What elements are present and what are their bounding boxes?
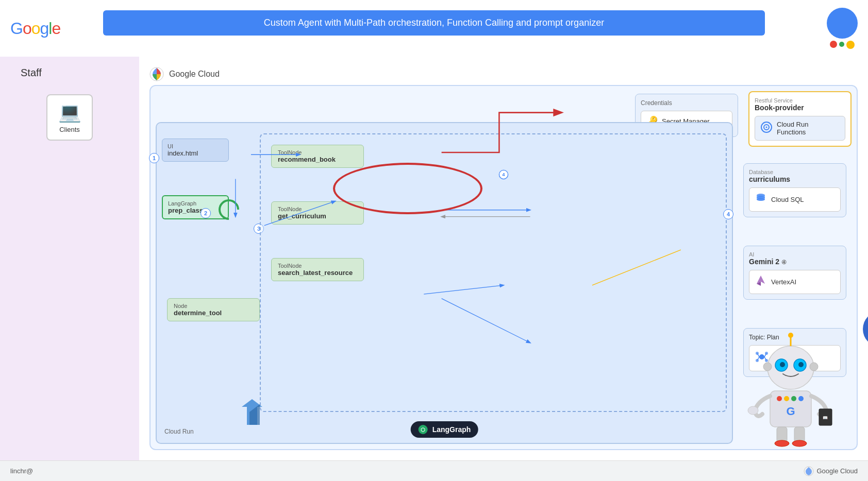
tool-node-get-curriculum: ToolNode get_curriculum	[271, 201, 364, 225]
ui-label: UI	[168, 143, 223, 149]
client-card: 💻 Clients	[46, 94, 93, 141]
cloud-sql-box: Cloud SQL	[749, 187, 841, 212]
step1-circle: 1	[149, 153, 159, 163]
cloud-run-container: Cloud Run UI index.html LangGraph prep_c…	[156, 122, 733, 444]
svg-point-40	[810, 363, 818, 371]
cloud-run-bottom-label: Cloud Run	[164, 428, 194, 435]
cloud-run-icon	[760, 121, 773, 136]
vertex-label: VertexAI	[771, 278, 796, 286]
svg-point-32	[767, 346, 814, 389]
diagram-area: Google Cloud Credentials 🔑 Secret Manage…	[139, 57, 868, 460]
svg-text:G: G	[786, 405, 795, 418]
svg-point-52	[791, 396, 796, 401]
robot-image: G 📖	[719, 316, 863, 460]
svg-point-6	[757, 198, 765, 201]
langgraph-logo-label: LangGraph	[432, 425, 471, 434]
tool-node-label-1: ToolNode	[278, 149, 357, 156]
svg-point-51	[784, 396, 789, 401]
tool-node-recommend-book: ToolNode recommend_book	[271, 145, 364, 168]
vertex-box: VertexAI	[749, 270, 841, 294]
tool-node-label-2: ToolNode	[278, 206, 357, 212]
ai-label: AI	[749, 251, 841, 257]
svg-point-43	[748, 406, 758, 415]
svg-point-50	[777, 396, 782, 401]
globe-icon: 🌐	[863, 311, 868, 347]
bottom-user: linchr@	[10, 467, 33, 475]
db-icon	[755, 192, 767, 207]
cloud-run-arrows	[237, 397, 268, 427]
gemini-label: Gemini 2 ④	[749, 257, 841, 266]
tool-nodes-container: ToolNode recommend_book ToolNode get_cur…	[260, 133, 727, 412]
database-label: Database	[749, 169, 841, 175]
dot-red	[830, 41, 837, 48]
prep-class-label: prep_class	[168, 207, 223, 214]
sidebar: Staff 💻 Clients	[0, 57, 139, 460]
svg-point-3	[766, 126, 767, 128]
restful-label: Restful Service	[755, 97, 845, 104]
index-html-label: index.html	[168, 149, 223, 157]
svg-point-53	[798, 396, 804, 401]
restful-service-box: Restful Service Book-provider Cloud RunF…	[748, 91, 852, 147]
dot-green	[839, 42, 844, 47]
search-label: search_latest_resource	[278, 269, 357, 277]
svg-point-39	[763, 363, 772, 371]
client-label: Clients	[59, 126, 80, 133]
cloud-run-functions-label: Cloud RunFunctions	[777, 121, 808, 136]
laptop-icon: 💻	[58, 101, 81, 123]
assistant-icon	[827, 8, 858, 49]
robot-svg: G 📖	[719, 316, 863, 460]
gcloud-logo-icon	[149, 67, 164, 81]
tool-node-search: ToolNode search_latest_resource	[271, 258, 364, 281]
bottom-bar: linchr@ Google Cloud	[0, 460, 868, 481]
step2-circle: 2	[201, 208, 211, 218]
step4-circle-a: 4	[723, 209, 733, 219]
sidebar-title: Staff	[21, 67, 42, 79]
ui-box: UI index.html	[162, 139, 229, 162]
main-content: Staff 💻 Clients Google Cloud	[0, 57, 868, 460]
svg-text:📖: 📖	[823, 415, 828, 420]
assistant-circle	[827, 8, 858, 39]
determine-tool-label: determine_tool	[174, 309, 253, 317]
node-determine-tool: Node determine_tool	[167, 298, 260, 321]
svg-point-36	[798, 362, 804, 367]
bottom-gcloud-icon	[804, 466, 814, 476]
curriculums-label: curriculums	[749, 175, 841, 183]
langgraph-logo: ⬡ LangGraph	[411, 421, 478, 438]
vertex-icon	[755, 274, 767, 289]
ai-box: AI Gemini 2 ④ VertexAI	[743, 246, 846, 300]
svg-point-47	[792, 440, 807, 446]
tool-node-label-3: ToolNode	[278, 263, 357, 269]
svg-text:⬡: ⬡	[421, 427, 425, 433]
recommend-book-label: recommend_book	[278, 156, 357, 163]
assistant-dots	[830, 41, 855, 49]
cloud-sql-label: Cloud SQL	[771, 196, 804, 203]
get-curriculum-label: get_curriculum	[278, 212, 357, 220]
gcloud-header: Google Cloud	[149, 67, 220, 81]
bottom-right: Google Cloud	[804, 466, 858, 476]
gcloud-label: Google Cloud	[169, 70, 220, 79]
cloud-run-functions-box: Cloud RunFunctions	[755, 116, 845, 141]
book-provider-label: Book-provider	[755, 104, 845, 112]
svg-point-46	[775, 440, 789, 446]
credentials-label: Credentials	[641, 99, 732, 107]
langgraph-logo-icon: ⬡	[418, 424, 428, 435]
svg-point-38	[788, 333, 793, 338]
page-title: Custom Agent with Multi-Path orchestrati…	[103, 10, 765, 36]
bottom-gcloud-label: Google Cloud	[817, 467, 858, 475]
dot-yellow	[846, 41, 855, 49]
google-logo: Google	[10, 19, 60, 38]
svg-point-35	[780, 362, 785, 367]
database-box: Database curriculums Cloud SQL	[743, 163, 846, 217]
header: Google Custom Agent with Multi-Path orch…	[0, 0, 868, 57]
double-arrow-icon	[237, 397, 268, 427]
langgraph-text-label: LangGraph	[168, 200, 223, 207]
node-label: Node	[174, 303, 253, 309]
